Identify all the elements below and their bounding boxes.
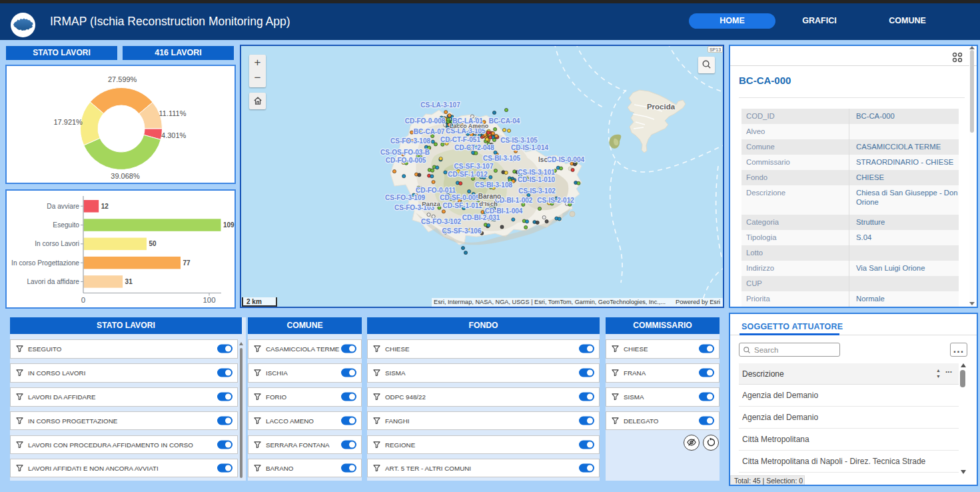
svg-text:CS-IS-3-102: CS-IS-3-102 — [518, 187, 556, 195]
svg-text:d’Isch: d’Isch — [479, 200, 498, 207]
svg-text:CS-LA-3-107: CS-LA-3-107 — [420, 101, 460, 109]
svg-text:Isc: Isc — [538, 156, 548, 163]
svg-text:CD-FO-0-011: CD-FO-0-011 — [416, 187, 456, 194]
svg-text:In corso Progettazione: In corso Progettazione — [11, 259, 79, 267]
svg-text:Panza: Panza — [422, 200, 440, 207]
svg-text:Da avviare: Da avviare — [47, 203, 79, 210]
svg-text:CS-SF-3-107: CS-SF-3-107 — [454, 163, 494, 170]
svg-text:17.921%: 17.921% — [53, 118, 83, 126]
svg-text:CD-IS-1-014: CD-IS-1-014 — [511, 144, 549, 151]
svg-text:CD-CT-2-048: CD-CT-2-048 — [454, 144, 494, 151]
svg-text:109: 109 — [223, 221, 235, 229]
svg-text:CS-BI-3-108: CS-BI-3-108 — [475, 181, 513, 189]
svg-text:CS-OS-FO-03-B: CS-OS-FO-03-B — [380, 149, 430, 156]
svg-text:BC-CA-04: BC-CA-04 — [489, 117, 520, 125]
svg-text:4.301%: 4.301% — [161, 131, 187, 139]
svg-text:CD-BI-2-031: CD-BI-2-031 — [462, 214, 500, 221]
svg-text:CS-IS-3-105: CS-IS-3-105 — [500, 137, 538, 144]
svg-text:CS-IS-3-101: CS-IS-3-101 — [518, 169, 555, 176]
svg-text:CD-IS-1-010: CD-IS-1-010 — [518, 176, 556, 183]
svg-text:BC-CA-07: BC-CA-07 — [414, 128, 445, 135]
svg-text:In corso Lavori: In corso Lavori — [35, 240, 79, 247]
svg-text:CD-SF-1-011: CD-SF-1-011 — [443, 202, 482, 209]
svg-text:77: 77 — [183, 259, 191, 267]
svg-text:CD-SF-0-005: CD-SF-0-005 — [440, 194, 480, 201]
svg-text:Barano: Barano — [478, 193, 501, 200]
svg-text:CS-SF-3-106: CS-SF-3-106 — [442, 227, 482, 235]
svg-text:11.111%: 11.111% — [159, 109, 187, 117]
svg-text:50: 50 — [149, 240, 157, 247]
svg-text:CS-IS-2-012: CS-IS-2-012 — [537, 197, 574, 204]
svg-text:CD-CT-F-051: CD-CT-F-051 — [440, 136, 480, 143]
svg-text:Procida: Procida — [647, 103, 676, 111]
svg-text:CD-IS-0-004: CD-IS-0-004 — [547, 156, 585, 163]
svg-text:27.599%: 27.599% — [108, 75, 137, 83]
svg-text:CS-FO-3-108: CS-FO-3-108 — [390, 137, 430, 145]
svg-text:12: 12 — [101, 203, 109, 210]
svg-text:CS-FO-3-109: CS-FO-3-109 — [385, 194, 425, 201]
svg-text:CS-FO-3-102: CS-FO-3-102 — [421, 218, 461, 225]
svg-text:CD-FO-0-005: CD-FO-0-005 — [386, 157, 426, 164]
svg-text:Eseguito: Eseguito — [53, 221, 79, 229]
svg-text:CD-SF-1-012: CD-SF-1-012 — [448, 171, 488, 178]
svg-text:100: 100 — [203, 296, 215, 304]
svg-text:31: 31 — [125, 278, 133, 285]
svg-text:Lacco Ameno: Lacco Ameno — [450, 123, 489, 129]
svg-text:CS-BI-3-105: CS-BI-3-105 — [483, 155, 521, 162]
svg-text:0: 0 — [81, 296, 85, 304]
svg-text:39.068%: 39.068% — [111, 172, 140, 180]
svg-text:CD-FO-0-008: CD-FO-0-008 — [405, 117, 446, 125]
svg-text:Lavori da affidare: Lavori da affidare — [27, 278, 79, 285]
